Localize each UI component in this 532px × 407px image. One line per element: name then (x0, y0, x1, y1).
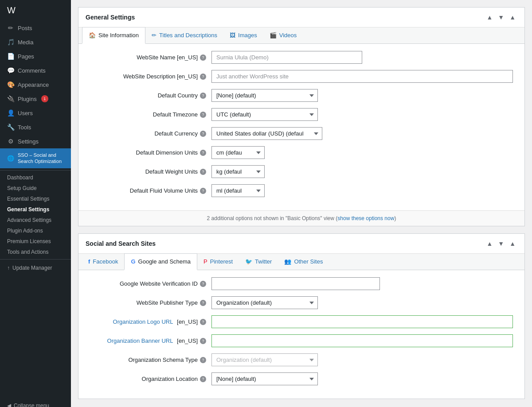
tab-site-information[interactable]: 🏠 Site Information (82, 27, 145, 44)
general-settings-tabs: 🏠 Site Information ✏ Titles and Descript… (78, 27, 524, 44)
sidebar-item-appearance[interactable]: 🎨 Appearance (0, 78, 71, 92)
sidebar-sub-advanced-settings[interactable]: Advanced Settings (0, 215, 71, 225)
titles-icon: ✏ (152, 32, 156, 39)
default-currency-select[interactable]: United States dollar (USD) (defaul Euro … (211, 127, 322, 140)
org-banner-url-link[interactable]: Organization Banner URL (107, 337, 173, 344)
org-schema-type-help[interactable]: ? (200, 357, 206, 363)
org-logo-url-link[interactable]: Organization Logo URL (113, 318, 173, 325)
sidebar-item-pages[interactable]: 📄 Pages (0, 49, 71, 63)
tab-pinterest[interactable]: P Pinterest (197, 254, 239, 270)
tools-icon: 🔧 (7, 124, 14, 131)
default-weight-input-wrap: kg (defaul lb (defaul (211, 165, 516, 178)
tab-titles-descriptions[interactable]: ✏ Titles and Descriptions (145, 27, 223, 44)
sidebar-item-comments[interactable]: 💬 Comments (0, 63, 71, 78)
sidebar-item-tools[interactable]: 🔧 Tools (0, 120, 71, 134)
plugins-icon: 🔌 (7, 95, 14, 102)
social-panel-up-button[interactable]: ▲ (485, 239, 494, 248)
collapse-label: Collapse menu (14, 403, 49, 407)
default-timezone-help[interactable]: ? (200, 112, 206, 118)
website-description-help[interactable]: ? (200, 74, 206, 80)
default-dimension-units-label: Default Dimension Units ? (87, 149, 211, 156)
social-panel-collapse-button[interactable]: ▲ (508, 239, 517, 248)
sidebar-item-label: Settings (18, 138, 39, 145)
sidebar-sub-premium-licenses[interactable]: Premium Licenses (0, 236, 71, 247)
default-dimension-select[interactable]: cm (defau in (defau (211, 146, 265, 159)
org-location-help[interactable]: ? (200, 376, 206, 382)
google-verification-help[interactable]: ? (200, 281, 206, 287)
sidebar-item-settings[interactable]: ⚙ Settings (0, 134, 71, 148)
default-timezone-input-wrap: UTC (default) America/New_York (211, 108, 516, 121)
sidebar-sub-plugin-add-ons[interactable]: Plugin Add-ons (0, 225, 71, 236)
default-weight-help[interactable]: ? (200, 169, 206, 175)
google-verification-label: Google Website Verification ID ? (87, 280, 211, 287)
sidebar-item-label: Pages (18, 53, 34, 60)
org-location-select[interactable]: [None] (default) United States (211, 372, 318, 385)
tab-label: Images (238, 32, 257, 39)
org-banner-url-input[interactable] (211, 334, 513, 347)
default-dimension-help[interactable]: ? (200, 150, 206, 156)
other-sites-icon: 👥 (284, 258, 291, 265)
sidebar-item-users[interactable]: 👤 Users (0, 106, 71, 120)
default-currency-help[interactable]: ? (200, 131, 206, 137)
default-timezone-select[interactable]: UTC (default) America/New_York (211, 108, 318, 121)
default-currency-label: Default Currency ? (87, 130, 211, 137)
sidebar-sub-setup-guide[interactable]: Setup Guide (0, 183, 71, 194)
posts-icon: ✏ (7, 24, 14, 31)
google-verification-input[interactable] (211, 277, 380, 290)
sidebar-update-manager[interactable]: ↑ Update Manager (0, 261, 71, 275)
social-panel-down-button[interactable]: ▼ (496, 239, 506, 248)
default-fluid-volume-help[interactable]: ? (200, 188, 206, 194)
pinterest-icon: P (203, 258, 207, 265)
tab-images[interactable]: 🖼 Images (223, 27, 263, 44)
default-currency-input-wrap: United States dollar (USD) (defaul Euro … (211, 127, 516, 140)
publisher-type-help[interactable]: ? (200, 300, 206, 306)
panel-down-button[interactable]: ▼ (496, 13, 506, 22)
sidebar-item-plugins[interactable]: 🔌 Plugins 1 (0, 92, 71, 106)
update-manager-label: Update Manager (12, 265, 52, 271)
general-settings-form: WebSite Name [en_US] ? WebSite Descripti… (78, 44, 524, 210)
tab-google-schema[interactable]: G Google and Schema (124, 253, 197, 270)
sso-label: SSO – Social and Search Optimization (18, 152, 64, 165)
tab-label: Other Sites (294, 258, 323, 265)
sidebar-sub-general-settings[interactable]: General Settings (0, 204, 71, 215)
sidebar-sub-tools-and-actions[interactable]: Tools and Actions (0, 247, 71, 257)
tab-label: Facebook (93, 258, 118, 265)
org-schema-type-label: Organization Schema Type ? (87, 357, 211, 363)
website-name-help[interactable]: ? (200, 54, 206, 61)
website-name-input[interactable] (211, 51, 362, 64)
sidebar-item-sso[interactable]: 🌐 SSO – Social and Search Optimization (0, 148, 71, 168)
org-schema-type-row: Organization Schema Type ? Organization … (87, 353, 516, 366)
org-banner-url-help[interactable]: ? (200, 338, 206, 344)
org-location-input-wrap: [None] (default) United States (211, 372, 516, 385)
tab-label: Pinterest (210, 258, 233, 265)
default-weight-units-label: Default Weight Units ? (87, 168, 211, 175)
videos-icon: 🎬 (270, 32, 277, 39)
default-weight-select[interactable]: kg (defaul lb (defaul (211, 165, 265, 178)
default-country-select[interactable]: [None] (default) United States United Ki… (211, 89, 318, 102)
default-fluid-volume-units-label: Default Fluid Volume Units ? (87, 187, 211, 194)
site-info-icon: 🏠 (89, 32, 96, 39)
panel-up-button[interactable]: ▲ (485, 13, 494, 22)
default-country-label: Default Country ? (87, 92, 211, 99)
sidebar-item-media[interactable]: 🎵 Media (0, 35, 71, 49)
default-fluid-volume-select[interactable]: ml (defaul fl oz (defaul (211, 184, 265, 197)
org-logo-url-help[interactable]: ? (200, 319, 206, 325)
default-country-row: Default Country ? [None] (default) Unite… (87, 89, 516, 102)
website-description-input[interactable] (211, 70, 513, 83)
sidebar-item-label: Comments (18, 67, 46, 74)
social-search-title: Social and Search Sites (86, 240, 156, 247)
collapse-menu-button[interactable]: ◀ Collapse menu (0, 398, 71, 407)
tab-facebook[interactable]: f Facebook (82, 254, 124, 270)
tab-videos[interactable]: 🎬 Videos (263, 27, 303, 44)
panel-collapse-button[interactable]: ▲ (508, 13, 517, 22)
tab-label: Videos (279, 32, 297, 39)
sidebar-sub-dashboard[interactable]: Dashboard (0, 172, 71, 183)
publisher-type-select[interactable]: Organization (default) Person (211, 296, 318, 309)
sidebar-sub-essential-settings[interactable]: Essential Settings (0, 194, 71, 204)
tab-twitter[interactable]: 🐦 Twitter (239, 254, 278, 270)
tab-other-sites[interactable]: 👥 Other Sites (278, 254, 329, 270)
show-options-link[interactable]: show these options now (337, 215, 394, 221)
sidebar-item-posts[interactable]: ✏ Posts (0, 21, 71, 35)
default-country-help[interactable]: ? (200, 93, 206, 99)
org-logo-url-input[interactable] (211, 315, 513, 328)
